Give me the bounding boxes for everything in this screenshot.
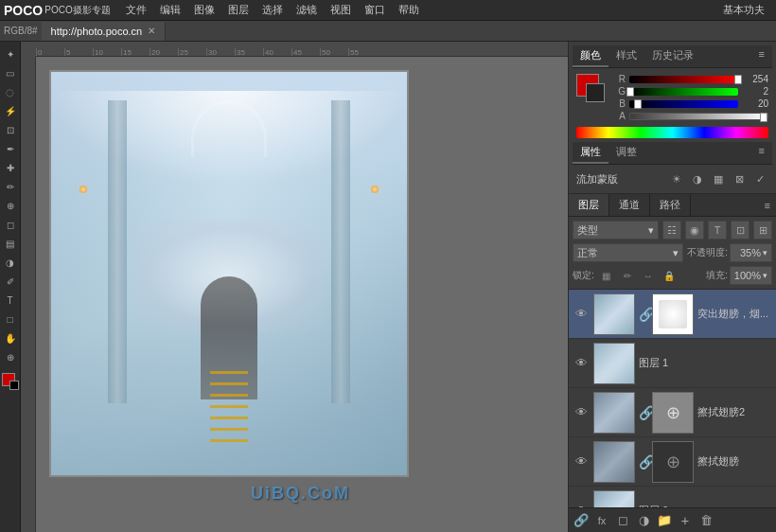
tool-clone[interactable]: ⊕ <box>2 197 19 214</box>
tab-layers[interactable]: 图层 <box>569 194 609 216</box>
document-tab[interactable]: http://photo.poco.cn ✕ <box>42 22 167 41</box>
layer-item-4[interactable]: 👁 🔗 ⊕ 擦拭翅膀 <box>569 437 776 487</box>
layer-mask-4[interactable]: ⊕ <box>652 441 694 483</box>
r-value: 254 <box>742 74 768 84</box>
lock-btn-3[interactable]: ↔ <box>640 267 657 284</box>
blend-mode-select[interactable]: 正常 ▾ <box>573 243 683 262</box>
menu-item-view[interactable]: 视图 <box>325 1 357 19</box>
layer-item-5[interactable]: 👁 图层 0 <box>569 487 776 507</box>
prop-icon-lock[interactable]: ⊠ <box>731 170 748 187</box>
color-panel-menu[interactable]: ≡ <box>751 45 772 67</box>
tool-lasso[interactable]: ◌ <box>2 83 19 100</box>
layer-type-select[interactable]: 类型 ▾ <box>573 221 659 239</box>
layer-link-btn[interactable]: 🔗 <box>573 512 590 529</box>
horizontal-ruler: 0 5 10 15 20 25 30 35 40 45 50 55 <box>36 42 568 57</box>
tab-channels[interactable]: 通道 <box>609 194 650 216</box>
layer-eye-4[interactable]: 👁 <box>573 453 590 470</box>
fill-control: 填充: 100% ▾ <box>706 266 772 285</box>
prop-icon-check[interactable]: ✓ <box>751 170 768 187</box>
layer-name-1: 突出翅膀，烟... <box>697 307 772 321</box>
layer-mask-3[interactable]: ⊕ <box>652 392 694 434</box>
layer-add-btn[interactable]: + <box>677 512 694 529</box>
blue-thumb[interactable] <box>634 99 642 109</box>
tab-filename: http://photo.poco.cn <box>51 26 143 37</box>
tool-dodge[interactable]: ◑ <box>2 254 19 271</box>
green-slider[interactable] <box>629 88 738 96</box>
candles-path <box>210 371 248 447</box>
canvas-area[interactable]: 0 5 10 15 20 25 30 35 40 45 50 55 <box>21 42 568 532</box>
tool-eyedropper[interactable]: ✒ <box>2 140 19 157</box>
properties-label: 流加蒙版 <box>576 172 618 186</box>
color-swatch-container[interactable] <box>576 74 610 108</box>
layer-eye-2[interactable]: 👁 <box>573 355 590 372</box>
tab-adjustments[interactable]: 调整 <box>608 142 644 164</box>
layers-panel-menu[interactable]: ≡ <box>759 196 776 215</box>
tool-brush[interactable]: ✏ <box>2 178 19 195</box>
filter-icon-3[interactable]: ⊡ <box>731 221 750 239</box>
lock-btn-2[interactable]: ✏ <box>619 267 636 284</box>
tool-zoom[interactable]: ⊕ <box>2 348 19 365</box>
tool-move[interactable]: ✦ <box>2 45 19 62</box>
alpha-thumb[interactable] <box>760 113 767 122</box>
menu-item-edit[interactable]: 编辑 <box>154 1 186 19</box>
filter-icon-4[interactable]: ⊞ <box>753 221 772 239</box>
blue-slider[interactable] <box>629 100 738 108</box>
menu-item-help[interactable]: 帮助 <box>393 1 425 19</box>
menu-item-layer[interactable]: 图层 <box>222 1 255 19</box>
lock-btn-1[interactable]: ▦ <box>598 267 615 284</box>
tab-history[interactable]: 历史记录 <box>644 45 701 67</box>
lock-btn-4[interactable]: 🔒 <box>661 267 678 284</box>
filter-icon-1[interactable]: ☷ <box>662 221 681 239</box>
green-thumb[interactable] <box>626 87 634 97</box>
tool-hand[interactable]: ✋ <box>2 329 19 346</box>
red-slider[interactable] <box>629 76 738 83</box>
layer-eye-1[interactable]: 👁 <box>573 306 590 323</box>
layer-name-2: 图层 1 <box>639 356 772 370</box>
color-spectrum-bar[interactable] <box>576 127 768 138</box>
tab-paths[interactable]: 路径 <box>650 194 691 216</box>
menu-item-file[interactable]: 文件 <box>120 1 152 19</box>
blend-opacity-row: 正常 ▾ 不透明度: 35% ▾ <box>573 243 772 262</box>
tool-magic-wand[interactable]: ⚡ <box>2 102 19 119</box>
tool-text[interactable]: T <box>2 292 19 309</box>
red-thumb[interactable] <box>734 75 742 84</box>
layer-delete-btn[interactable]: 🗑 <box>697 512 714 529</box>
tab-color[interactable]: 颜色 <box>573 45 608 67</box>
tab-close-icon[interactable]: ✕ <box>148 26 155 36</box>
menu-item-select[interactable]: 选择 <box>256 1 289 19</box>
layer-mask-btn[interactable]: ◻ <box>614 512 631 529</box>
menu-item-filter[interactable]: 滤镜 <box>291 1 323 19</box>
tool-crop[interactable]: ⊡ <box>2 121 19 138</box>
tool-pen[interactable]: ✐ <box>2 273 19 290</box>
layer-adjust-btn[interactable]: ◑ <box>635 512 652 529</box>
filter-icon-t[interactable]: T <box>708 221 727 239</box>
tool-eraser[interactable]: ◻ <box>2 216 19 233</box>
layer-folder-btn[interactable]: 📁 <box>656 512 673 529</box>
layer-item-2[interactable]: 👁 图层 1 <box>569 339 776 388</box>
properties-menu[interactable]: ≡ <box>751 142 772 164</box>
menu-item-image[interactable]: 图像 <box>188 1 220 19</box>
canvas-image[interactable] <box>49 70 409 477</box>
tab-properties[interactable]: 属性 <box>573 142 608 164</box>
layer-mask-1[interactable] <box>652 293 694 335</box>
filter-icon-2[interactable]: ◉ <box>685 221 704 239</box>
fill-value[interactable]: 100% ▾ <box>730 266 772 285</box>
tool-heal[interactable]: ✚ <box>2 159 19 176</box>
foreground-color-swatch[interactable] <box>2 373 19 390</box>
alpha-slider[interactable] <box>629 113 768 120</box>
layer-eye-3[interactable]: 👁 <box>573 404 590 421</box>
layer-filter-row: 类型 ▾ ☷ ◉ T ⊡ ⊞ <box>573 221 772 239</box>
prop-icon-grid[interactable]: ▦ <box>710 170 727 187</box>
layer-fx-btn[interactable]: fx <box>593 512 610 529</box>
layer-item-1[interactable]: 👁 🔗 突出翅膀，烟... <box>569 290 776 339</box>
menu-item-window[interactable]: 窗口 <box>359 1 391 19</box>
tab-style[interactable]: 样式 <box>608 45 644 67</box>
tool-select-rect[interactable]: ▭ <box>2 64 19 81</box>
background-swatch[interactable] <box>586 83 605 102</box>
prop-icon-sun[interactable]: ☀ <box>668 170 685 187</box>
opacity-value[interactable]: 35% ▾ <box>730 243 772 262</box>
tool-gradient[interactable]: ▤ <box>2 235 19 252</box>
tool-shape[interactable]: □ <box>2 310 19 328</box>
prop-icon-moon[interactable]: ◑ <box>689 170 706 187</box>
layer-item-3[interactable]: 👁 🔗 ⊕ 擦拭翅膀2 <box>569 388 776 437</box>
